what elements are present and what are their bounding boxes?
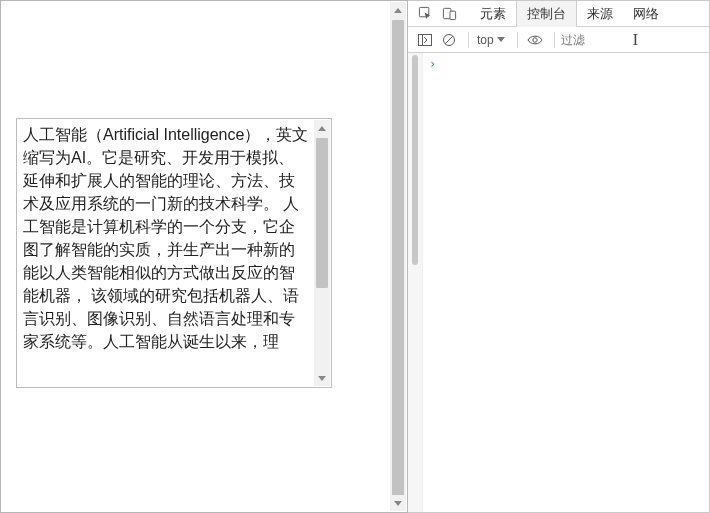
console-scrollbar[interactable]	[408, 53, 423, 512]
console-prompt: ›	[429, 57, 436, 71]
console-body: ›	[408, 53, 709, 512]
svg-rect-2	[449, 11, 455, 19]
live-expression-eye-icon[interactable]	[524, 29, 546, 51]
svg-point-7	[532, 37, 536, 41]
page-viewport: 人工智能（Artificial Intelligence），英文缩写为AI。它是…	[0, 0, 408, 513]
viewport-scroll-up[interactable]	[390, 2, 406, 18]
viewport-scrollbar[interactable]	[390, 2, 406, 511]
ai-textarea-content: 人工智能（Artificial Intelligence），英文缩写为AI。它是…	[23, 123, 309, 383]
clear-console-icon[interactable]	[438, 29, 460, 51]
console-scroll-thumb[interactable]	[412, 55, 418, 265]
divider	[517, 32, 518, 48]
textarea-scrollbar[interactable]	[314, 120, 330, 386]
svg-rect-3	[419, 34, 432, 45]
textarea-scroll-thumb[interactable]	[316, 138, 328, 288]
textarea-scroll-up[interactable]	[314, 120, 330, 136]
textarea-scroll-down[interactable]	[314, 370, 330, 386]
ai-textarea[interactable]: 人工智能（Artificial Intelligence），英文缩写为AI。它是…	[16, 118, 332, 388]
viewport-scroll-thumb[interactable]	[392, 20, 404, 496]
context-selector[interactable]: top	[477, 33, 505, 47]
divider	[468, 32, 469, 48]
console-filter-input[interactable]	[561, 33, 631, 47]
console-toolbar: top I	[408, 27, 709, 53]
console-sidebar-toggle-icon[interactable]	[414, 29, 436, 51]
inspect-element-icon[interactable]	[414, 3, 436, 25]
svg-line-6	[445, 36, 453, 44]
viewport-scroll-down[interactable]	[390, 495, 406, 511]
console-output[interactable]: ›	[423, 53, 709, 512]
devtools-toolbar-main: 元素 控制台 来源 网络	[408, 1, 709, 27]
tab-sources[interactable]: 来源	[577, 1, 623, 27]
text-cursor-icon: I	[633, 31, 638, 49]
tab-network[interactable]: 网络	[623, 1, 669, 27]
devtools-tabs: 元素 控制台 来源 网络	[470, 1, 669, 27]
tab-elements[interactable]: 元素	[470, 1, 516, 27]
divider	[554, 32, 555, 48]
context-selector-label: top	[477, 33, 494, 47]
chevron-down-icon	[497, 37, 505, 42]
device-toggle-icon[interactable]	[438, 3, 460, 25]
devtools-panel: 元素 控制台 来源 网络 top I ›	[408, 0, 710, 513]
tab-console[interactable]: 控制台	[516, 1, 577, 27]
